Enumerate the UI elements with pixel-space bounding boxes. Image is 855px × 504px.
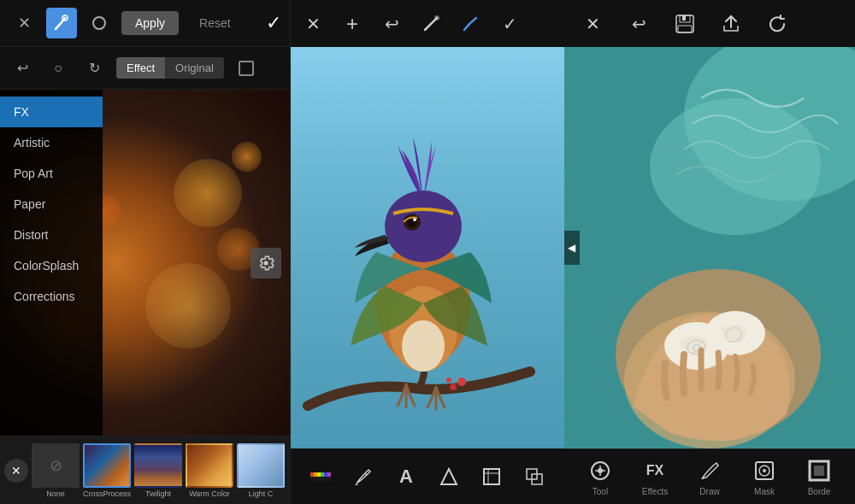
effect-toggle: Effect Original xyxy=(116,57,224,79)
right-close-button[interactable]: ✕ xyxy=(577,9,608,39)
right-arrow-left-button[interactable]: ◀ xyxy=(564,231,580,265)
center-canvas xyxy=(291,47,564,448)
pen-tool-button[interactable] xyxy=(346,460,380,494)
undo-button[interactable]: ↩ xyxy=(9,55,36,82)
svg-rect-30 xyxy=(678,26,692,32)
shape-tool-button[interactable] xyxy=(432,460,466,494)
center-close-button[interactable]: ✕ xyxy=(298,9,328,39)
filter-thumb-lightc[interactable]: Light C xyxy=(237,443,285,498)
frame-tool-button[interactable] xyxy=(475,460,509,494)
right-panel: ✕ ↩ ◀ xyxy=(564,0,855,504)
settings-overlay[interactable] xyxy=(251,248,281,278)
filter-item-artistic[interactable]: Artistic xyxy=(0,127,103,158)
tool-icon xyxy=(587,457,614,484)
left-second-toolbar: ↩ ○ ↻ Effect Original xyxy=(0,47,290,90)
svg-rect-15 xyxy=(314,472,317,477)
svg-rect-20 xyxy=(310,477,331,481)
filter-item-colorsplash[interactable]: ColorSplash xyxy=(0,250,103,281)
bird-artwork xyxy=(291,47,564,448)
svg-rect-19 xyxy=(327,472,331,477)
right-refresh-button[interactable] xyxy=(762,9,793,39)
square-preview-button[interactable] xyxy=(233,55,260,82)
svg-rect-14 xyxy=(310,472,314,477)
draw-label: Draw xyxy=(699,487,719,496)
svg-rect-17 xyxy=(321,472,324,477)
border-icon xyxy=(805,457,833,484)
center-confirm-button[interactable]: ✓ xyxy=(494,9,525,39)
filter-thumb-warmcolor[interactable]: Warm Color xyxy=(186,443,233,498)
filter-menu: FX Artistic Pop Art Paper Distort ColorS… xyxy=(0,90,103,436)
svg-point-40 xyxy=(598,468,603,473)
center-bottom-toolbar: A xyxy=(291,448,564,504)
redo-button[interactable]: ↻ xyxy=(80,55,108,82)
brush-tool-button[interactable] xyxy=(46,8,77,38)
left-top-toolbar: ✕ Apply Reset ✓ xyxy=(0,0,290,47)
mask-icon xyxy=(751,457,778,484)
center-toolbar: ✕ + ↩ ✓ xyxy=(291,0,564,47)
filter-item-popart[interactable]: Pop Art xyxy=(0,158,103,189)
filter-thumb-twilight[interactable]: Twilight xyxy=(134,443,182,498)
filter-item-fx[interactable]: FX xyxy=(0,97,103,127)
thumbnail-strip: ✕ ⊘ None CrossProcess Twilight Warm Colo… xyxy=(0,436,290,504)
close-button[interactable]: ✕ xyxy=(9,8,39,38)
left-panel: ✕ Apply Reset ✓ ↩ ○ ↻ Effect Original xyxy=(0,0,291,504)
right-photo xyxy=(564,47,855,448)
draw-button[interactable]: Draw xyxy=(696,457,723,496)
svg-point-2 xyxy=(434,15,439,21)
delete-filter-button[interactable]: ✕ xyxy=(4,459,28,483)
border-button[interactable]: Borde xyxy=(805,457,833,496)
filter-item-paper[interactable]: Paper xyxy=(0,189,103,220)
text-tool-button[interactable]: A xyxy=(389,460,423,494)
circle-tool-button[interactable] xyxy=(84,8,115,38)
svg-point-5 xyxy=(402,320,445,372)
center-brush-button[interactable] xyxy=(455,9,486,39)
mask-label: Mask xyxy=(754,487,775,496)
center-add-button[interactable]: + xyxy=(337,9,368,39)
confirm-button[interactable]: ✓ xyxy=(266,12,281,34)
color-tool-button[interactable] xyxy=(304,460,338,494)
svg-point-43 xyxy=(763,469,766,472)
filter-item-corrections[interactable]: Corrections xyxy=(0,281,103,312)
right-undo-button[interactable]: ↩ xyxy=(623,9,654,39)
svg-rect-16 xyxy=(317,472,321,477)
mask-button[interactable]: Mask xyxy=(751,457,778,496)
right-bottom-toolbar: Tool FX Effects Draw xyxy=(564,448,855,504)
svg-rect-29 xyxy=(682,15,686,21)
svg-point-12 xyxy=(446,378,451,383)
effects-label: Effects xyxy=(642,487,668,496)
reset-button[interactable]: Reset xyxy=(186,11,245,35)
preview-area: FX Artistic Pop Art Paper Distort ColorS… xyxy=(0,90,290,436)
svg-rect-45 xyxy=(814,466,824,476)
tool-button[interactable]: Tool xyxy=(587,457,614,496)
circle-button[interactable]: ○ xyxy=(44,55,72,82)
effect-button[interactable]: Effect xyxy=(116,57,165,79)
filter-item-distort[interactable]: Distort xyxy=(0,220,103,250)
svg-point-1 xyxy=(93,17,105,29)
right-share-button[interactable] xyxy=(716,9,746,39)
svg-point-6 xyxy=(385,190,462,262)
svg-rect-22 xyxy=(484,469,499,484)
draw-icon xyxy=(696,457,723,484)
svg-point-10 xyxy=(457,378,466,386)
right-save-button[interactable] xyxy=(669,9,700,39)
filter-thumb-crossprocess[interactable]: CrossProcess xyxy=(83,443,131,498)
filter-thumb-none[interactable]: ⊘ None xyxy=(32,443,80,498)
right-toolbar: ✕ ↩ xyxy=(564,0,855,47)
center-panel: ✕ + ↩ ✓ xyxy=(291,0,564,504)
original-button[interactable]: Original xyxy=(165,57,224,79)
effects-icon: FX xyxy=(641,457,669,484)
border-label: Borde xyxy=(808,487,831,496)
layers-tool-button[interactable] xyxy=(517,460,551,494)
effects-button[interactable]: FX Effects xyxy=(641,457,669,496)
svg-marker-21 xyxy=(441,469,457,484)
apply-button[interactable]: Apply xyxy=(121,11,179,35)
preview-image: FX Artistic Pop Art Paper Distort ColorS… xyxy=(0,90,290,436)
svg-point-11 xyxy=(450,384,457,390)
right-canvas: ◀ xyxy=(564,47,855,448)
center-eraser-button[interactable] xyxy=(416,9,446,39)
svg-rect-18 xyxy=(324,472,327,477)
tool-label: Tool xyxy=(593,487,608,496)
center-undo-button[interactable]: ↩ xyxy=(376,9,407,39)
